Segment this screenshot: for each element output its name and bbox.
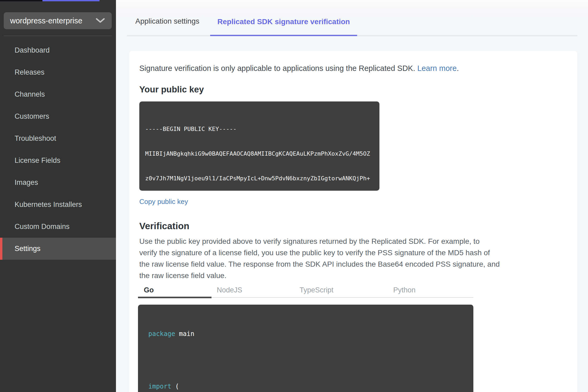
code-line: import ( <box>148 382 473 391</box>
code-keyword: package <box>148 330 175 338</box>
code-language-tabs: Go NodeJS TypeScript Python <box>138 286 473 298</box>
code-tab-python[interactable]: Python <box>393 286 416 294</box>
sidebar-item-label: Troubleshoot <box>15 134 56 143</box>
verification-line: verify the signature of a license field,… <box>139 247 577 258</box>
verification-line: the raw license field value. <box>139 270 577 281</box>
code-text: main <box>175 330 194 338</box>
sidebar-item-customers[interactable]: Customers <box>0 105 116 127</box>
sidebar-item-label: Releases <box>15 68 45 76</box>
learn-more-link[interactable]: Learn more <box>417 64 457 73</box>
verification-line: the raw license field value. The respons… <box>139 258 577 270</box>
settings-tabs: Application settings Replicated SDK sign… <box>127 0 577 36</box>
top-bar-segment <box>0 0 42 1</box>
public-key-heading: Your public key <box>139 84 577 95</box>
sidebar-divider <box>4 36 112 36</box>
code-line <box>148 356 473 365</box>
sidebar-item-label: License Fields <box>15 156 60 165</box>
code-tab-nodejs[interactable]: NodeJS <box>217 286 242 294</box>
app-selector-dropdown[interactable]: wordpress-enterprise <box>4 12 112 29</box>
sidebar-nav: Dashboard Releases Channels Customers Tr… <box>0 39 116 260</box>
copy-public-key-link[interactable]: Copy public key <box>139 198 188 206</box>
code-keyword: import <box>148 383 171 390</box>
code-tab-go[interactable]: Go <box>144 286 154 294</box>
sidebar-item-custom-domains[interactable]: Custom Domains <box>0 216 116 238</box>
sidebar-item-dashboard[interactable]: Dashboard <box>0 39 116 61</box>
sidebar-item-label: Custom Domains <box>15 223 70 231</box>
sidebar-item-label: Kubernetes Installers <box>15 201 82 209</box>
key-line: -----BEGIN PUBLIC KEY----- <box>145 125 379 133</box>
app-selector-label: wordpress-enterprise <box>10 16 82 25</box>
active-code-tab-underline <box>138 297 211 298</box>
verification-line: Use the public key provided above to ver… <box>139 236 577 247</box>
verification-description: Use the public key provided above to ver… <box>139 236 577 281</box>
sidebar-item-license-fields[interactable]: License Fields <box>0 150 116 172</box>
code-line: package main <box>148 330 473 338</box>
sidebar-item-images[interactable]: Images <box>0 172 116 194</box>
sidebar-item-label: Settings <box>15 245 41 253</box>
sidebar-item-label: Customers <box>15 112 49 121</box>
sidebar-item-releases[interactable]: Releases <box>0 61 116 83</box>
go-code-block: package main import ( "crypto" "crypto/r… <box>138 305 473 392</box>
key-line: z0v7Jh7M1NgV1joeu9l1/IaCPsMpyIcL+Dnw5Pdv… <box>145 174 379 182</box>
sidebar-item-label: Channels <box>15 90 45 99</box>
main-content: Application settings Replicated SDK sign… <box>116 0 588 392</box>
intro-period: . <box>457 64 459 73</box>
sidebar-item-channels[interactable]: Channels <box>0 83 116 105</box>
code-text: ( <box>171 383 179 390</box>
sidebar: wordpress-enterprise Dashboard Releases … <box>0 0 116 392</box>
intro-sentence: Signature verification is only applicabl… <box>139 64 417 73</box>
sidebar-item-label: Dashboard <box>15 46 50 54</box>
chevron-down-icon <box>96 16 105 25</box>
code-tab-typescript[interactable]: TypeScript <box>300 286 334 294</box>
tab-replicated-sdk-signature-verification[interactable]: Replicated SDK signature verification <box>210 18 357 36</box>
public-key-block: -----BEGIN PUBLIC KEY----- MIIBIjANBgkqh… <box>139 101 379 191</box>
verification-heading: Verification <box>139 221 577 231</box>
intro-text: Signature verification is only applicabl… <box>139 64 577 73</box>
sidebar-item-kubernetes-installers[interactable]: Kubernetes Installers <box>0 194 116 216</box>
sidebar-item-settings[interactable]: Settings <box>0 238 116 260</box>
signature-verification-card: Signature verification is only applicabl… <box>129 51 577 392</box>
tab-application-settings[interactable]: Application settings <box>135 17 199 36</box>
sidebar-item-label: Images <box>15 178 38 187</box>
sidebar-item-troubleshoot[interactable]: Troubleshoot <box>0 127 116 150</box>
key-line: MIIBIjANBgkqhkiG9w0BAQEFAAOCAQ8AMIIBCgKC… <box>145 150 379 158</box>
top-accent-bar <box>42 0 100 1</box>
